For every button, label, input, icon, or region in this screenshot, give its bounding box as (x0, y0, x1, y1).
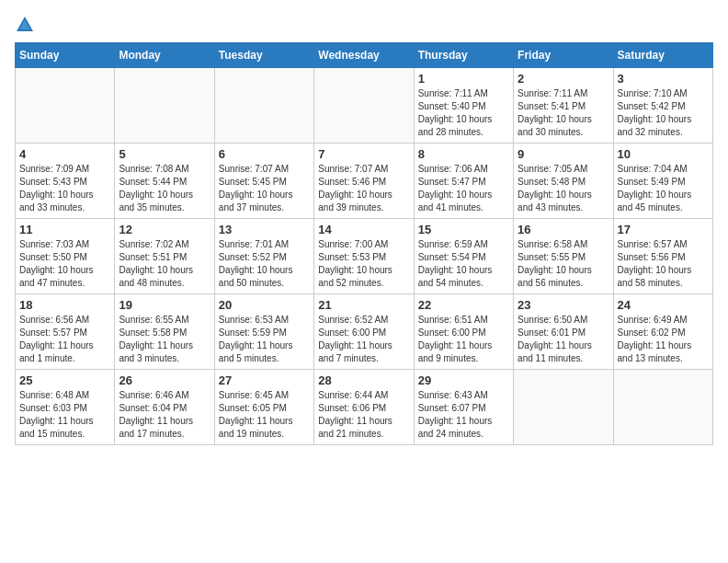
calendar-cell: 15Sunrise: 6:59 AM Sunset: 5:54 PM Dayli… (414, 219, 513, 294)
calendar: SundayMondayTuesdayWednesdayThursdayFrid… (15, 42, 713, 445)
calendar-cell: 18Sunrise: 6:56 AM Sunset: 5:57 PM Dayli… (16, 294, 115, 370)
day-info: Sunrise: 7:07 AM Sunset: 5:46 PM Dayligh… (318, 163, 409, 214)
weekday-header-monday: Monday (115, 43, 214, 68)
day-info: Sunrise: 7:06 AM Sunset: 5:47 PM Dayligh… (418, 163, 509, 214)
day-info: Sunrise: 7:09 AM Sunset: 5:43 PM Dayligh… (19, 163, 110, 214)
week-row-2: 11Sunrise: 7:03 AM Sunset: 5:50 PM Dayli… (16, 219, 713, 294)
day-number: 29 (418, 373, 509, 387)
weekday-header-thursday: Thursday (414, 43, 513, 68)
day-number: 27 (219, 373, 310, 387)
calendar-cell: 20Sunrise: 6:53 AM Sunset: 5:59 PM Dayli… (214, 294, 313, 370)
day-info: Sunrise: 7:04 AM Sunset: 5:49 PM Dayligh… (618, 163, 709, 214)
calendar-cell: 3Sunrise: 7:10 AM Sunset: 5:42 PM Daylig… (613, 68, 712, 144)
calendar-cell (115, 68, 214, 144)
calendar-cell: 21Sunrise: 6:52 AM Sunset: 6:00 PM Dayli… (314, 294, 414, 370)
day-number: 14 (318, 223, 409, 236)
day-info: Sunrise: 7:11 AM Sunset: 5:41 PM Dayligh… (518, 87, 609, 139)
day-number: 19 (119, 298, 210, 312)
calendar-cell: 25Sunrise: 6:48 AM Sunset: 6:03 PM Dayli… (16, 370, 115, 445)
week-row-0: 1Sunrise: 7:11 AM Sunset: 5:40 PM Daylig… (16, 68, 713, 144)
day-info: Sunrise: 6:55 AM Sunset: 5:58 PM Dayligh… (119, 314, 210, 365)
day-number: 2 (518, 72, 609, 86)
day-info: Sunrise: 6:50 AM Sunset: 6:01 PM Dayligh… (518, 314, 609, 365)
calendar-cell: 17Sunrise: 6:57 AM Sunset: 5:56 PM Dayli… (613, 219, 712, 294)
day-number: 1 (418, 72, 509, 86)
calendar-cell (514, 370, 613, 445)
calendar-cell: 8Sunrise: 7:06 AM Sunset: 5:47 PM Daylig… (414, 144, 513, 219)
calendar-cell: 6Sunrise: 7:07 AM Sunset: 5:45 PM Daylig… (214, 144, 313, 219)
calendar-cell: 27Sunrise: 6:45 AM Sunset: 6:05 PM Dayli… (214, 370, 313, 445)
day-info: Sunrise: 6:51 AM Sunset: 6:00 PM Dayligh… (418, 314, 509, 365)
calendar-cell: 1Sunrise: 7:11 AM Sunset: 5:40 PM Daylig… (414, 68, 513, 144)
calendar-cell (214, 68, 313, 144)
week-row-4: 25Sunrise: 6:48 AM Sunset: 6:03 PM Dayli… (16, 370, 713, 445)
logo (15, 15, 39, 35)
day-info: Sunrise: 7:03 AM Sunset: 5:50 PM Dayligh… (19, 238, 110, 290)
weekday-header-saturday: Saturday (613, 43, 712, 68)
day-number: 21 (318, 298, 409, 312)
calendar-cell: 24Sunrise: 6:49 AM Sunset: 6:02 PM Dayli… (613, 294, 712, 370)
day-number: 22 (418, 298, 509, 312)
calendar-cell: 5Sunrise: 7:08 AM Sunset: 5:44 PM Daylig… (115, 144, 214, 219)
day-info: Sunrise: 6:49 AM Sunset: 6:02 PM Dayligh… (618, 314, 709, 365)
day-info: Sunrise: 6:46 AM Sunset: 6:04 PM Dayligh… (119, 389, 210, 441)
day-info: Sunrise: 7:00 AM Sunset: 5:53 PM Dayligh… (318, 238, 409, 290)
weekday-header-sunday: Sunday (16, 43, 115, 68)
day-info: Sunrise: 6:44 AM Sunset: 6:06 PM Dayligh… (318, 389, 409, 441)
calendar-cell: 9Sunrise: 7:05 AM Sunset: 5:48 PM Daylig… (514, 144, 613, 219)
day-number: 24 (618, 298, 709, 312)
day-number: 5 (119, 147, 210, 161)
calendar-cell: 26Sunrise: 6:46 AM Sunset: 6:04 PM Dayli… (115, 370, 214, 445)
day-info: Sunrise: 7:01 AM Sunset: 5:52 PM Dayligh… (219, 238, 310, 290)
day-number: 4 (19, 147, 110, 161)
day-info: Sunrise: 7:10 AM Sunset: 5:42 PM Dayligh… (618, 87, 709, 139)
day-info: Sunrise: 6:43 AM Sunset: 6:07 PM Dayligh… (418, 389, 509, 441)
header (15, 15, 713, 35)
calendar-cell: 10Sunrise: 7:04 AM Sunset: 5:49 PM Dayli… (613, 144, 712, 219)
calendar-cell: 16Sunrise: 6:58 AM Sunset: 5:55 PM Dayli… (514, 219, 613, 294)
calendar-cell (613, 370, 712, 445)
day-number: 11 (19, 223, 110, 236)
calendar-cell: 13Sunrise: 7:01 AM Sunset: 5:52 PM Dayli… (214, 219, 313, 294)
day-info: Sunrise: 7:05 AM Sunset: 5:48 PM Dayligh… (518, 163, 609, 214)
day-info: Sunrise: 6:45 AM Sunset: 6:05 PM Dayligh… (219, 389, 310, 441)
day-info: Sunrise: 7:11 AM Sunset: 5:40 PM Dayligh… (418, 87, 509, 139)
week-row-1: 4Sunrise: 7:09 AM Sunset: 5:43 PM Daylig… (16, 144, 713, 219)
day-info: Sunrise: 6:48 AM Sunset: 6:03 PM Dayligh… (19, 389, 110, 441)
calendar-cell: 29Sunrise: 6:43 AM Sunset: 6:07 PM Dayli… (414, 370, 513, 445)
day-number: 9 (518, 147, 609, 161)
day-number: 7 (318, 147, 409, 161)
calendar-cell: 22Sunrise: 6:51 AM Sunset: 6:00 PM Dayli… (414, 294, 513, 370)
weekday-header-row: SundayMondayTuesdayWednesdayThursdayFrid… (16, 43, 713, 68)
day-info: Sunrise: 6:57 AM Sunset: 5:56 PM Dayligh… (618, 238, 709, 290)
calendar-cell (16, 68, 115, 144)
calendar-cell: 11Sunrise: 7:03 AM Sunset: 5:50 PM Dayli… (16, 219, 115, 294)
day-info: Sunrise: 6:53 AM Sunset: 5:59 PM Dayligh… (219, 314, 310, 365)
weekday-header-wednesday: Wednesday (314, 43, 414, 68)
calendar-cell: 19Sunrise: 6:55 AM Sunset: 5:58 PM Dayli… (115, 294, 214, 370)
day-number: 16 (518, 223, 609, 236)
logo-icon (15, 15, 35, 35)
day-number: 6 (219, 147, 310, 161)
calendar-cell: 23Sunrise: 6:50 AM Sunset: 6:01 PM Dayli… (514, 294, 613, 370)
day-number: 8 (418, 147, 509, 161)
day-info: Sunrise: 6:52 AM Sunset: 6:00 PM Dayligh… (318, 314, 409, 365)
day-info: Sunrise: 7:07 AM Sunset: 5:45 PM Dayligh… (219, 163, 310, 214)
week-row-3: 18Sunrise: 6:56 AM Sunset: 5:57 PM Dayli… (16, 294, 713, 370)
day-number: 28 (318, 373, 409, 387)
calendar-cell: 12Sunrise: 7:02 AM Sunset: 5:51 PM Dayli… (115, 219, 214, 294)
day-number: 23 (518, 298, 609, 312)
day-info: Sunrise: 6:56 AM Sunset: 5:57 PM Dayligh… (19, 314, 110, 365)
calendar-cell: 28Sunrise: 6:44 AM Sunset: 6:06 PM Dayli… (314, 370, 414, 445)
day-number: 18 (19, 298, 110, 312)
day-number: 17 (618, 223, 709, 236)
day-info: Sunrise: 6:58 AM Sunset: 5:55 PM Dayligh… (518, 238, 609, 290)
day-number: 12 (119, 223, 210, 236)
weekday-header-tuesday: Tuesday (214, 43, 313, 68)
day-info: Sunrise: 6:59 AM Sunset: 5:54 PM Dayligh… (418, 238, 509, 290)
calendar-cell: 4Sunrise: 7:09 AM Sunset: 5:43 PM Daylig… (16, 144, 115, 219)
day-number: 26 (119, 373, 210, 387)
calendar-cell: 7Sunrise: 7:07 AM Sunset: 5:46 PM Daylig… (314, 144, 414, 219)
weekday-header-friday: Friday (514, 43, 613, 68)
calendar-cell (314, 68, 414, 144)
